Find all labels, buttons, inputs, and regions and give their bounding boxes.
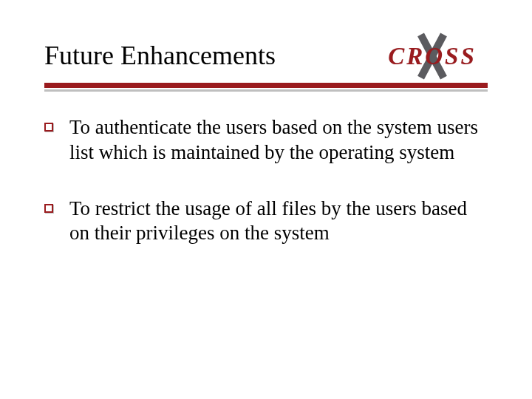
list-item: To restrict the usage of all files by th… — [44, 197, 488, 247]
bullet-icon — [44, 123, 53, 132]
slide: Future Enhancements CROSS To authenticat… — [0, 0, 532, 399]
underline-bar — [44, 83, 488, 88]
underline-shadow — [44, 89, 488, 92]
slide-title: Future Enhancements — [44, 41, 276, 71]
title-underline — [44, 83, 488, 95]
cross-logo: CROSS — [377, 35, 488, 77]
bullet-text: To authenticate the users based on the s… — [69, 115, 488, 166]
title-row: Future Enhancements CROSS — [44, 35, 488, 77]
logo-text: CROSS — [388, 43, 477, 70]
slide-body: To authenticate the users based on the s… — [44, 115, 488, 246]
bullet-text: To restrict the usage of all files by th… — [69, 197, 488, 247]
bullet-icon — [44, 204, 53, 213]
list-item: To authenticate the users based on the s… — [44, 115, 488, 166]
